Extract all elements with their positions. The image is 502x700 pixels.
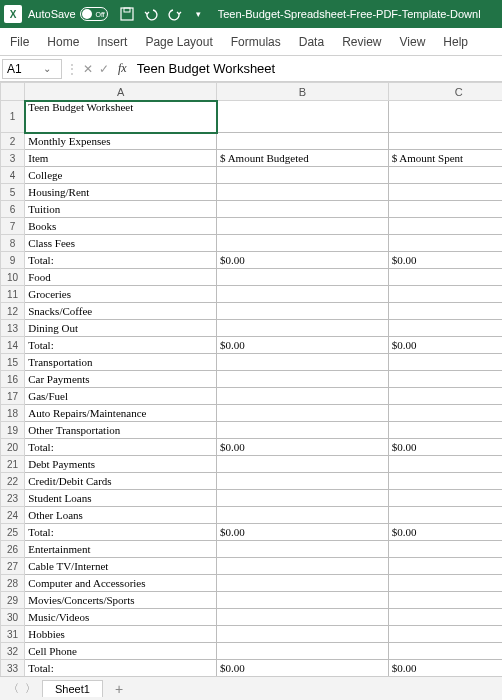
cell[interactable]	[388, 456, 502, 473]
row-header[interactable]: 2	[1, 133, 25, 150]
cell[interactable]: Gas/Fuel	[25, 388, 217, 405]
cell[interactable]	[388, 609, 502, 626]
cell[interactable]	[217, 473, 389, 490]
cell[interactable]: $ Amount Spent	[388, 150, 502, 167]
row-header[interactable]: 11	[1, 286, 25, 303]
cell[interactable]	[217, 235, 389, 252]
cell[interactable]	[388, 201, 502, 218]
tab-insert[interactable]: Insert	[97, 35, 127, 49]
cell[interactable]: Class Fees	[25, 235, 217, 252]
qat-dropdown-icon[interactable]: ▾	[192, 7, 206, 21]
row-header[interactable]: 17	[1, 388, 25, 405]
sheet-tab[interactable]: Sheet1	[42, 680, 103, 697]
row-header[interactable]: 16	[1, 371, 25, 388]
cell[interactable]	[388, 354, 502, 371]
tab-data[interactable]: Data	[299, 35, 324, 49]
row-header[interactable]: 9	[1, 252, 25, 269]
row-header[interactable]: 26	[1, 541, 25, 558]
row-header[interactable]: 30	[1, 609, 25, 626]
cell[interactable]	[388, 269, 502, 286]
cell[interactable]	[388, 405, 502, 422]
cell[interactable]	[388, 303, 502, 320]
cell[interactable]	[217, 371, 389, 388]
cell[interactable]	[388, 643, 502, 660]
row-header[interactable]: 19	[1, 422, 25, 439]
cell[interactable]: Credit/Debit Cards	[25, 473, 217, 490]
cell[interactable]: Debt Payments	[25, 456, 217, 473]
cell[interactable]: Computer and Accessories	[25, 575, 217, 592]
cell[interactable]: Student Loans	[25, 490, 217, 507]
cell[interactable]	[388, 388, 502, 405]
cell[interactable]: Housing/Rent	[25, 184, 217, 201]
cell[interactable]	[217, 626, 389, 643]
row-header[interactable]: 5	[1, 184, 25, 201]
cell[interactable]	[217, 218, 389, 235]
sheet-nav-prev-icon[interactable]: 〈	[8, 681, 19, 696]
tab-file[interactable]: File	[10, 35, 29, 49]
undo-icon[interactable]	[144, 7, 158, 21]
row-header[interactable]: 6	[1, 201, 25, 218]
cell[interactable]	[217, 388, 389, 405]
cell[interactable]: $0.00	[388, 660, 502, 677]
row-header[interactable]: 14	[1, 337, 25, 354]
tab-home[interactable]: Home	[47, 35, 79, 49]
cell[interactable]: Other Transportation	[25, 422, 217, 439]
cell[interactable]	[217, 541, 389, 558]
row-header[interactable]: 21	[1, 456, 25, 473]
cell[interactable]: $0.00	[388, 252, 502, 269]
row-header[interactable]: 7	[1, 218, 25, 235]
cell[interactable]: Item	[25, 150, 217, 167]
cell[interactable]	[388, 371, 502, 388]
row-header[interactable]: 31	[1, 626, 25, 643]
cell[interactable]: Music/Videos	[25, 609, 217, 626]
cell[interactable]: Total:	[25, 524, 217, 541]
row-header[interactable]: 18	[1, 405, 25, 422]
tab-review[interactable]: Review	[342, 35, 381, 49]
row-header[interactable]: 20	[1, 439, 25, 456]
row-header[interactable]: 4	[1, 167, 25, 184]
tab-help[interactable]: Help	[443, 35, 468, 49]
cell[interactable]	[217, 286, 389, 303]
save-icon[interactable]	[120, 7, 134, 21]
cell[interactable]: $0.00	[388, 524, 502, 541]
cell[interactable]	[217, 184, 389, 201]
row-header[interactable]: 1	[1, 101, 25, 133]
select-all-corner[interactable]	[1, 83, 25, 101]
col-header-c[interactable]: C	[388, 83, 502, 101]
row-header[interactable]: 22	[1, 473, 25, 490]
tab-formulas[interactable]: Formulas	[231, 35, 281, 49]
cell[interactable]: Auto Repairs/Maintenance	[25, 405, 217, 422]
formula-input[interactable]	[133, 59, 502, 79]
cancel-icon[interactable]: ✕	[83, 62, 93, 76]
cell[interactable]: College	[25, 167, 217, 184]
cell[interactable]	[217, 405, 389, 422]
cell[interactable]	[217, 167, 389, 184]
cell[interactable]: Movies/Concerts/Sports	[25, 592, 217, 609]
row-header[interactable]: 12	[1, 303, 25, 320]
cell[interactable]	[388, 184, 502, 201]
row-header[interactable]: 13	[1, 320, 25, 337]
cell[interactable]: Entertainment	[25, 541, 217, 558]
cell[interactable]: Food	[25, 269, 217, 286]
name-box[interactable]: A1 ⌄	[2, 59, 62, 79]
cell[interactable]	[388, 286, 502, 303]
cell[interactable]: Cell Phone	[25, 643, 217, 660]
cell[interactable]: Total:	[25, 252, 217, 269]
cell[interactable]: Other Loans	[25, 507, 217, 524]
cell[interactable]: $0.00	[388, 439, 502, 456]
cell[interactable]: $0.00	[217, 439, 389, 456]
cell[interactable]	[217, 490, 389, 507]
cell[interactable]	[388, 218, 502, 235]
cell[interactable]	[217, 320, 389, 337]
tab-page-layout[interactable]: Page Layout	[145, 35, 212, 49]
cell[interactable]: $0.00	[217, 252, 389, 269]
cell[interactable]	[217, 101, 389, 133]
cell[interactable]: Car Payments	[25, 371, 217, 388]
cell[interactable]	[388, 320, 502, 337]
cell[interactable]: Transportation	[25, 354, 217, 371]
cell[interactable]	[388, 101, 502, 133]
cell[interactable]	[217, 507, 389, 524]
cell[interactable]	[388, 473, 502, 490]
col-header-b[interactable]: B	[217, 83, 389, 101]
cell[interactable]	[217, 133, 389, 150]
